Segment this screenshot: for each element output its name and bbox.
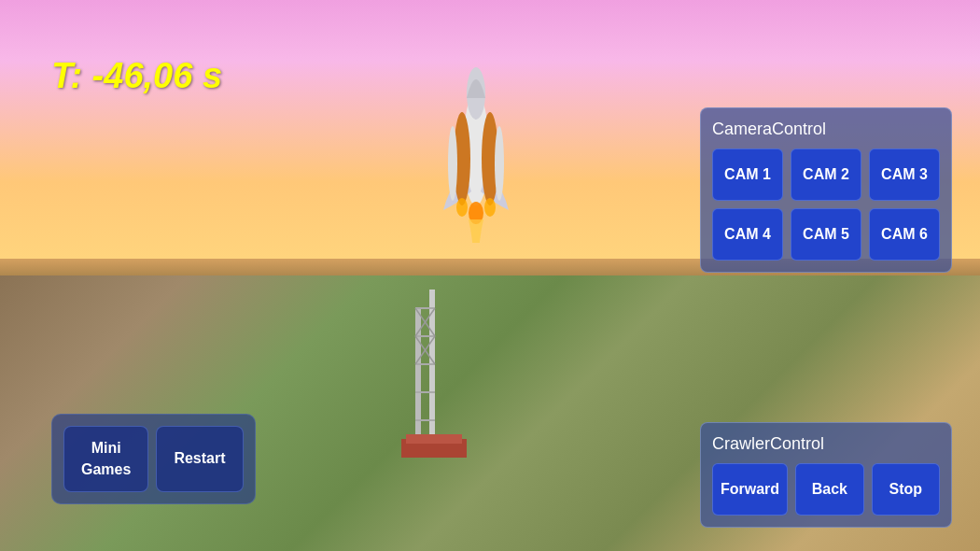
countdown-timer: T: -46,06 s	[51, 56, 222, 96]
space-shuttle	[429, 56, 541, 261]
scene: T: -46,06 s CameraControl CAM 1 CAM 2 CA…	[0, 0, 980, 551]
cam6-button[interactable]: CAM 6	[869, 208, 940, 261]
svg-point-5	[495, 126, 504, 201]
mini-games-label-line1: Mini	[91, 440, 121, 456]
mini-games-outer: Mini Games Restart	[51, 414, 256, 504]
restart-button[interactable]: Restart	[156, 426, 243, 492]
back-button[interactable]: Back	[795, 463, 863, 516]
svg-rect-21	[406, 434, 462, 444]
camera-panel-title: CameraControl	[712, 120, 940, 139]
cam5-button[interactable]: CAM 5	[791, 208, 861, 261]
launch-tower	[401, 290, 476, 458]
crawler-button-grid: Forward Back Stop	[712, 463, 940, 516]
svg-point-4	[448, 126, 457, 201]
crawler-panel-title: CrawlerControl	[712, 434, 940, 454]
mini-games-button[interactable]: Mini Games	[63, 426, 148, 492]
camera-button-grid: CAM 1 CAM 2 CAM 3 CAM 4 CAM 5 CAM 6	[712, 148, 940, 261]
mini-games-label-line2: Games	[81, 461, 131, 477]
cam4-button[interactable]: CAM 4	[712, 208, 783, 261]
cam2-button[interactable]: CAM 2	[791, 148, 861, 201]
bottom-left-controls: Mini Games Restart	[51, 414, 256, 504]
stop-button[interactable]: Stop	[872, 463, 940, 516]
cam1-button[interactable]: CAM 1	[712, 148, 783, 201]
cam3-button[interactable]: CAM 3	[869, 148, 940, 201]
forward-button[interactable]: Forward	[712, 463, 788, 516]
camera-control-panel: CameraControl CAM 1 CAM 2 CAM 3 CAM 4 CA…	[700, 107, 952, 273]
svg-point-7	[456, 198, 468, 217]
crawler-control-panel: CrawlerControl Forward Back Stop	[700, 422, 952, 528]
svg-point-8	[484, 198, 496, 217]
